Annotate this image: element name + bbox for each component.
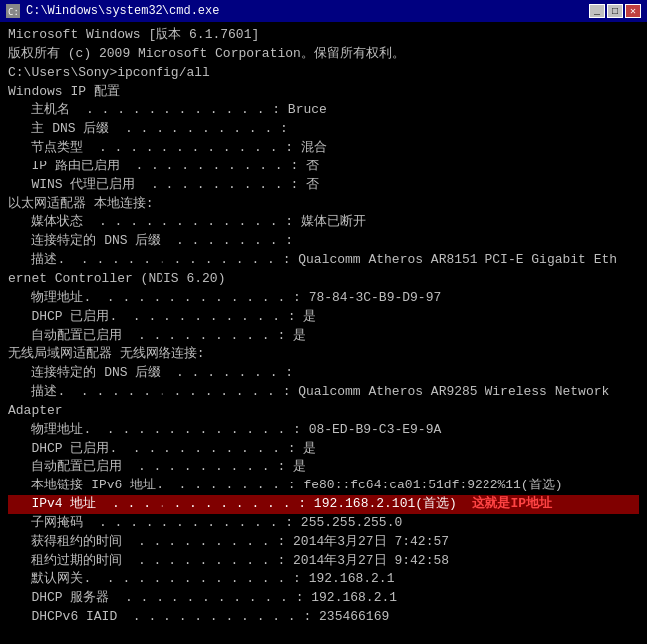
maximize-button[interactable]: □ <box>607 4 623 18</box>
console-line: 版权所有 (c) 2009 Microsoft Corporation。保留所有… <box>8 45 639 64</box>
console-line: 主 DNS 后缀 . . . . . . . . . . : <box>8 120 639 139</box>
console-line: Microsoft Windows [版本 6.1.7601] <box>8 26 639 45</box>
console-line: 默认网关. . . . . . . . . . . . . : 192.168.… <box>8 570 639 589</box>
console-line: Adapter <box>8 402 639 421</box>
console-line: Windows IP 配置 <box>8 83 639 102</box>
console-line: 描述. . . . . . . . . . . . . . : Qualcomm… <box>8 251 639 270</box>
svg-text:C:: C: <box>8 7 19 17</box>
console-line: 连接特定的 DNS 后缀 . . . . . . . : <box>8 364 639 383</box>
close-button[interactable]: ✕ <box>625 4 641 18</box>
console-line: 自动配置已启用 . . . . . . . . . : 是 <box>8 327 639 346</box>
console-line: 物理地址. . . . . . . . . . . . . : 08-ED-B9… <box>8 421 639 440</box>
ip-annotation: 这就是IP地址 <box>457 496 552 511</box>
console-line: DHCP 已启用. . . . . . . . . . . : 是 <box>8 440 639 459</box>
console-line: WINS 代理已启用 . . . . . . . . . : 否 <box>8 176 639 195</box>
window-title: C:\Windows\system32\cmd.exe <box>26 4 219 18</box>
console-line: 本地链接 IPv6 地址. . . . . . . . : fe80::fc64… <box>8 477 639 495</box>
console-line: C:\Users\Sony>ipconfig/all <box>8 64 639 83</box>
console-line: 获得租约的时间 . . . . . . . . . : 2014年3月27日 7… <box>8 533 639 552</box>
console-line: 租约过期的时间 . . . . . . . . . : 2014年3月27日 9… <box>8 552 639 571</box>
console-line: DHCP 服务器 . . . . . . . . . . . : 192.168… <box>8 589 639 608</box>
console-line: 自动配置已启用 . . . . . . . . . : 是 <box>8 458 639 477</box>
minimize-button[interactable]: _ <box>589 4 605 18</box>
console-line: 无线局域网适配器 无线网络连接: <box>8 345 639 364</box>
console-line: 以太网适配器 本地连接: <box>8 195 639 214</box>
console-line: IP 路由已启用 . . . . . . . . . . : 否 <box>8 158 639 176</box>
console-line: 媒体状态 . . . . . . . . . . . . : 媒体已断开 <box>8 213 639 232</box>
console-line: 描述. . . . . . . . . . . . . . : Qualcomm… <box>8 383 639 402</box>
console-line: DHCPv6 IAID . . . . . . . . . . . : 2354… <box>8 608 639 627</box>
console-line: 子网掩码 . . . . . . . . . . . . : 255.255.2… <box>8 514 639 533</box>
console-line: 物理地址. . . . . . . . . . . . . : 78-84-3C… <box>8 289 639 308</box>
console-line: 节点类型 . . . . . . . . . . . . : 混合 <box>8 139 639 158</box>
cmd-icon: C: <box>6 4 20 18</box>
console-line: ernet Controller (NDIS 6.20) <box>8 270 639 289</box>
console-line: 主机名 . . . . . . . . . . . . : Bruce <box>8 101 639 120</box>
highlighted-ip-row: IPv4 地址 . . . . . . . . . . . . : 192.16… <box>8 495 639 514</box>
console-window: Microsoft Windows [版本 6.1.7601]版权所有 (c) … <box>0 22 647 644</box>
console-line: 连接特定的 DNS 后缀 . . . . . . . : <box>8 232 639 251</box>
console-line: DHCP 已启用. . . . . . . . . . . : 是 <box>8 308 639 327</box>
title-bar: C: C:\Windows\system32\cmd.exe _ □ ✕ <box>0 0 647 22</box>
